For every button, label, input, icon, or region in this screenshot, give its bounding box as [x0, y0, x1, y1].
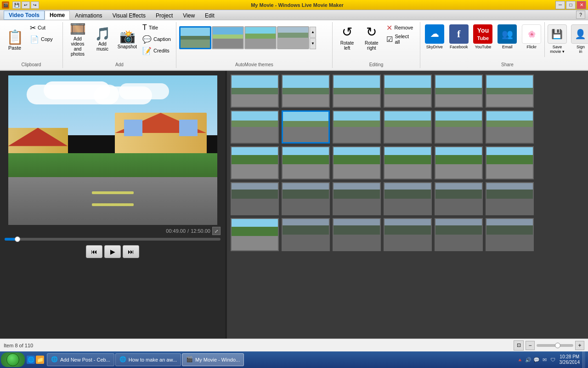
quick-redo-btn[interactable]: ↪ — [31, 1, 39, 9]
tray-volume-icon[interactable]: 🔊 — [525, 356, 532, 363]
thumb-13[interactable] — [231, 146, 279, 179]
thumb-6[interactable] — [486, 75, 534, 108]
tab-visual-effects[interactable]: Visual Effects — [107, 11, 151, 20]
thumb-1[interactable] — [231, 75, 279, 108]
facebook-icon: f — [449, 24, 469, 44]
add-music-button[interactable]: 🎵 Add music — [90, 22, 114, 57]
theme-scroll-up[interactable]: ▲ — [310, 27, 316, 38]
credits-button[interactable]: 📝 Credits — [140, 45, 173, 56]
thumb-3[interactable] — [333, 75, 381, 108]
select-all-button[interactable]: ☑ Select all — [384, 34, 417, 45]
flickr-button[interactable]: 🌸 Flickr — [520, 22, 543, 57]
thumb-27[interactable] — [333, 218, 381, 251]
fullscreen-button[interactable]: ⤢ — [212, 227, 220, 235]
thumb-23[interactable] — [435, 182, 483, 215]
thumb-10[interactable] — [384, 110, 432, 144]
thumb-29[interactable] — [435, 218, 483, 251]
thumb-30[interactable] — [486, 218, 534, 251]
maximize-btn[interactable]: □ — [566, 1, 576, 9]
file-explorer-icon[interactable]: 📁 — [36, 356, 44, 364]
thumb-20[interactable] — [282, 182, 330, 215]
thumb-15[interactable] — [333, 146, 381, 179]
thumb-26[interactable] — [282, 218, 330, 251]
minimize-btn[interactable]: ─ — [555, 1, 565, 9]
tray-clock[interactable]: 10:28 PM 3/26/2014 — [558, 354, 582, 365]
tab-animations[interactable]: Animations — [70, 11, 107, 20]
thumb-8[interactable] — [282, 110, 330, 144]
theme-3[interactable] — [244, 26, 277, 49]
youtube-button[interactable]: YouTube YouTube — [472, 22, 495, 57]
thumb-19[interactable] — [231, 182, 279, 215]
theme-4[interactable] — [277, 26, 309, 49]
zoom-slider-thumb[interactable] — [555, 343, 560, 348]
caption-button[interactable]: 💬 Caption — [140, 34, 173, 45]
thumb-2[interactable] — [282, 75, 330, 108]
thumb-9[interactable] — [333, 110, 381, 144]
taskbar-btn-chrome1[interactable]: 🌐 Add New Post - Ceb... — [47, 353, 114, 366]
save-movie-button[interactable]: 💾 Save movie ▾ — [546, 22, 568, 57]
zoom-in-btn[interactable]: + — [575, 341, 584, 350]
paste-button[interactable]: 📋 Paste — [3, 22, 27, 57]
copy-button[interactable]: 📄 Copy — [28, 34, 60, 45]
tab-view[interactable]: View — [178, 11, 200, 20]
taskbar-btn-moviemaker[interactable]: 🎬 My Movie - Windo... — [182, 353, 244, 366]
rotate-left-button[interactable]: ↺ Rotate left — [335, 22, 359, 57]
thumb-12[interactable] — [486, 110, 534, 144]
scrubber-thumb[interactable] — [15, 236, 20, 242]
theme-1[interactable] — [179, 26, 211, 49]
tab-project[interactable]: Project — [151, 11, 178, 20]
tray-security-icon[interactable]: 🛡 — [549, 356, 557, 363]
thumb-4[interactable] — [384, 75, 432, 108]
tab-video-tools[interactable]: Video Tools — [4, 11, 45, 20]
internet-explorer-icon[interactable]: 🌐 — [27, 356, 35, 364]
scrubber-track[interactable] — [5, 238, 220, 241]
fit-to-window-btn[interactable]: ⊡ — [514, 340, 524, 351]
storyboard[interactable] — [227, 71, 588, 339]
zoom-out-btn[interactable]: − — [526, 341, 535, 350]
add-videos-button[interactable]: 🎞️ Add videos and photos — [66, 22, 90, 57]
thumb-28[interactable] — [384, 218, 432, 251]
add-music-label: Add music — [96, 41, 108, 52]
thumb-25[interactable] — [231, 218, 279, 251]
preview-scrubber[interactable] — [5, 238, 220, 241]
tab-edit[interactable]: Edit — [200, 11, 220, 20]
skydrive-button[interactable]: ☁ SkyDrive — [423, 22, 446, 57]
tab-home[interactable]: Home — [45, 11, 70, 20]
thumb-22[interactable] — [384, 182, 432, 215]
play-button[interactable]: ▶ — [104, 245, 121, 258]
zoom-slider[interactable] — [537, 344, 573, 347]
thumb-11[interactable] — [435, 110, 483, 144]
start-button[interactable] — [1, 352, 25, 367]
theme-2[interactable] — [212, 26, 244, 49]
remove-button[interactable]: ✕ Remove — [384, 22, 417, 33]
tray-msg-icon[interactable]: ✉ — [541, 356, 548, 363]
snapshot-button[interactable]: 📸 Snapshot — [115, 22, 139, 57]
show-desktop-btn[interactable] — [582, 351, 585, 368]
thumb-16[interactable] — [384, 146, 432, 179]
quick-access: 💾 ↩ ↪ — [12, 1, 39, 9]
email-button[interactable]: 👥 Email — [496, 22, 519, 57]
sign-in-button[interactable]: 👤 Sign in — [570, 22, 588, 57]
next-frame-button[interactable]: ⏭ — [123, 245, 139, 258]
thumb-24[interactable] — [486, 182, 534, 215]
taskbar-btn-chrome2[interactable]: 🌐 How to make an aw... — [115, 353, 181, 366]
quick-undo-btn[interactable]: ↩ — [22, 1, 30, 9]
theme-scroll-down[interactable]: ▼ — [310, 38, 316, 49]
thumb-5[interactable] — [435, 75, 483, 108]
close-btn[interactable]: ✕ — [577, 1, 586, 9]
thumb-18[interactable] — [486, 146, 534, 179]
title-button[interactable]: T Title — [140, 22, 173, 33]
tray-chat-icon[interactable]: 💬 — [533, 356, 540, 363]
thumb-14[interactable] — [282, 146, 330, 179]
prev-frame-button[interactable]: ⏮ — [86, 245, 102, 258]
rotate-right-button[interactable]: ↻ Rotate right — [360, 22, 383, 57]
help-btn[interactable]: ? — [576, 11, 585, 19]
thumb-17[interactable] — [435, 146, 483, 179]
cut-button[interactable]: ✂ Cut — [28, 22, 60, 33]
quick-save-btn[interactable]: 💾 — [12, 1, 21, 9]
thumb-21[interactable] — [333, 182, 381, 215]
facebook-button[interactable]: f Facebook — [447, 22, 470, 57]
caption-icon: 💬 — [142, 35, 152, 44]
thumb-7[interactable] — [231, 110, 279, 144]
tray-network-icon[interactable]: 🔺 — [516, 356, 524, 363]
